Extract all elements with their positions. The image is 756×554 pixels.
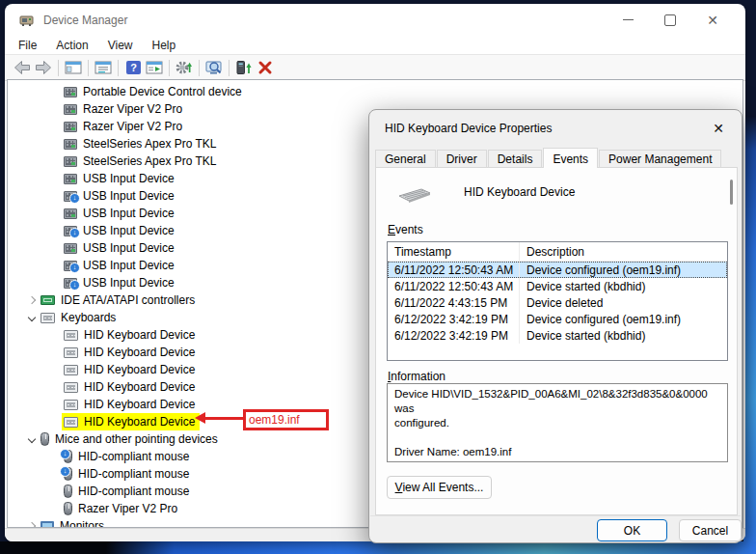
chevron-icon[interactable] [48, 172, 62, 185]
tree-item-label: HID Keyboard Device [84, 380, 195, 394]
device-name: HID Keyboard Device [464, 185, 575, 199]
dialog-title-bar: HID Keyboard Device Properties ✕ [369, 110, 742, 146]
tree-item-label: HID Keyboard Device [84, 346, 195, 359]
information-section-label: Information [388, 370, 446, 383]
device-icon [64, 417, 78, 428]
annotation-arrow-line [204, 417, 243, 420]
chevron-icon[interactable] [48, 415, 62, 429]
remove-device-icon[interactable] [255, 57, 276, 78]
tab-events[interactable]: Events [543, 148, 598, 168]
forward-arrow-icon[interactable] [33, 57, 54, 78]
tree-item-label: HID-compliant mouse [78, 450, 189, 463]
properties-icon[interactable] [93, 57, 114, 78]
chevron-icon[interactable] [48, 137, 62, 151]
chevron-icon[interactable] [48, 85, 62, 98]
chevron-icon[interactable] [48, 398, 62, 411]
event-row[interactable]: 6/11/2022 4:43:15 PM Device deleted [388, 294, 727, 311]
chevron-icon[interactable] [48, 485, 62, 498]
enable-device-icon[interactable] [233, 57, 255, 78]
chevron-icon[interactable] [48, 363, 62, 376]
device-icon [64, 226, 77, 236]
tree-item-label: HID Keyboard Device [84, 328, 195, 342]
device-icon [64, 208, 77, 219]
chevron-icon[interactable] [48, 224, 62, 237]
events-list-header: Timestamp Description [388, 242, 727, 262]
device-icon [64, 382, 78, 393]
maximize-button[interactable] [649, 8, 691, 33]
ok-button[interactable]: OK [597, 519, 667, 541]
chevron-icon[interactable] [48, 259, 62, 272]
events-rows: 6/11/2022 12:50:43 AM Device configured … [388, 262, 727, 344]
toolbar-separator [169, 60, 170, 76]
chevron-icon[interactable] [48, 502, 62, 515]
chevron-icon[interactable] [25, 311, 39, 324]
device-icon [64, 330, 78, 341]
event-timestamp: 6/11/2022 12:50:43 AM [388, 278, 520, 294]
tree-item-label: IDE ATA/ATAPI controllers [61, 293, 195, 307]
help-icon[interactable]: ? [122, 57, 144, 78]
properties-dialog: HID Keyboard Device Properties ✕ General… [368, 109, 742, 543]
tree-item[interactable]: Portable Device Control device [8, 83, 742, 100]
tree-item-label: HID Keyboard Device [84, 398, 195, 411]
device-icon [40, 295, 55, 305]
event-row[interactable]: 6/11/2022 12:50:43 AM Device started (kb… [388, 278, 727, 294]
toolbar: ? [5, 54, 745, 81]
search-computer-icon[interactable] [203, 57, 225, 78]
tab-power-management[interactable]: Power Management [599, 150, 721, 167]
event-row[interactable]: 6/12/2022 3:42:19 PM Device configured (… [388, 311, 727, 327]
scan-hardware-changes-icon[interactable] [174, 57, 195, 78]
menu-help[interactable]: Help [143, 38, 186, 53]
tree-item-label: HID-compliant mouse [78, 485, 189, 498]
tree-item-label: Keyboards [61, 311, 116, 324]
chevron-icon[interactable] [48, 102, 62, 116]
chevron-icon[interactable] [48, 189, 62, 203]
chevron-icon[interactable] [48, 120, 62, 133]
minimize-button[interactable] [607, 8, 649, 33]
scrollbar-thumb[interactable] [730, 180, 733, 205]
device-icon [64, 365, 78, 375]
chevron-icon[interactable] [25, 519, 39, 528]
tab-general[interactable]: General [375, 150, 436, 167]
column-timestamp[interactable]: Timestamp [388, 242, 520, 261]
chevron-icon[interactable] [48, 154, 62, 168]
tree-item-label: HID-compliant mouse [78, 467, 189, 481]
show-console-tree-icon[interactable] [63, 57, 84, 78]
event-description: Device started (kbdhid) [520, 278, 727, 294]
cancel-button[interactable]: Cancel [679, 519, 742, 541]
chevron-icon[interactable] [48, 328, 62, 342]
column-description[interactable]: Description [520, 242, 727, 261]
event-timestamp: 6/12/2022 3:42:19 PM [388, 327, 520, 344]
tree-item-label: Razer Viper V2 Pro [83, 102, 182, 116]
action-pane-icon[interactable] [144, 57, 165, 78]
device-manager-icon [18, 13, 35, 28]
tree-item-label: Razer Viper V2 Pro [78, 502, 177, 515]
menu-file[interactable]: File [9, 38, 46, 53]
device-icon [64, 122, 77, 132]
chevron-icon[interactable] [48, 346, 62, 359]
events-list[interactable]: Timestamp Description 6/11/2022 12:50:43… [387, 241, 728, 361]
tree-item-label: SteelSeries Apex Pro TKL [83, 154, 217, 168]
event-timestamp: 6/11/2022 4:43:15 PM [388, 294, 520, 311]
event-row[interactable]: 6/11/2022 12:50:43 AM Device configured … [388, 262, 727, 278]
toolbar-separator [88, 60, 89, 76]
event-row[interactable]: 6/12/2022 3:42:19 PM Device started (kbd… [388, 327, 727, 344]
chevron-icon[interactable] [25, 432, 39, 446]
chevron-icon[interactable] [48, 241, 62, 255]
device-icon [64, 191, 77, 202]
chevron-icon[interactable] [48, 207, 62, 220]
event-description: Device configured (oem19.inf) [520, 262, 727, 278]
back-arrow-icon[interactable] [12, 57, 33, 78]
window-title: Device Manager [43, 14, 127, 27]
tab-details[interactable]: Details [488, 150, 543, 167]
tab-driver[interactable]: Driver [437, 150, 487, 167]
dialog-close-icon[interactable]: ✕ [708, 121, 729, 136]
view-all-events-button[interactable]: View All Events... [387, 476, 492, 499]
chevron-icon[interactable] [25, 293, 39, 307]
menu-view[interactable]: View [98, 38, 143, 53]
toolbar-separator [58, 60, 59, 76]
chevron-icon[interactable] [48, 276, 62, 290]
close-button[interactable]: ✕ [691, 8, 734, 33]
information-textbox[interactable]: Device HID\VID_1532&PID_00A6&MI_02\8&32f… [387, 383, 728, 462]
menu-action[interactable]: Action [46, 38, 97, 53]
chevron-icon[interactable] [48, 380, 62, 394]
